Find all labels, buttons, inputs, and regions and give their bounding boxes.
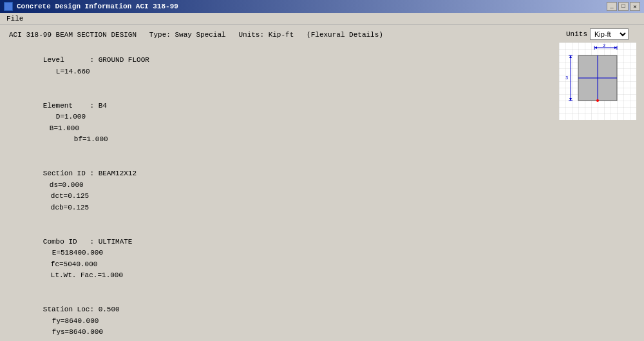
file-menu[interactable]: File [4, 15, 26, 23]
units-dropdown[interactable]: Kip-ft Kip-in kN-m [590, 28, 629, 40]
svg-text:3: 3 [565, 75, 567, 81]
section-line: Section ID : BEAM12X12 ds=0.000 dct=0.12… [9, 157, 542, 226]
title-bar: Concrete Design Information ACI 318-99 _… [0, 0, 644, 13]
window-controls: _ □ ✕ [607, 2, 640, 11]
fc-value: fc=5040.000 [51, 260, 98, 268]
L-value: L=14.660 [56, 68, 90, 75]
units-bar: Units Kip-ft Kip-in kN-m [554, 28, 640, 40]
window-title: Concrete Design Information ACI 318-99 [17, 3, 178, 10]
right-panel: Units Kip-ft Kip-in kN-m [551, 24, 644, 341]
level-value: GROUND FLOOR [99, 56, 149, 64]
app-icon [4, 2, 13, 11]
B-value: B=1.000 [50, 124, 79, 132]
bf-value: bf=1.000 [74, 135, 108, 143]
level-line: Level : GROUND FLOOR L=14.660 [9, 44, 542, 89]
dct-value: dct=0.125 [51, 192, 89, 200]
minimize-button[interactable]: _ [607, 2, 617, 11]
section-svg: 2 3 [559, 43, 636, 120]
combo-label: Combo ID : [43, 238, 99, 246]
close-button[interactable]: ✕ [630, 2, 640, 11]
section-value: BEAM12X12 [99, 170, 137, 177]
element-value: B4 [99, 102, 107, 110]
section-label: Section ID : [43, 170, 99, 177]
ds-value: ds=0.000 [50, 181, 84, 189]
design-header: ACI 318-99 BEAM SECTION DESIGN Type: Swa… [9, 30, 542, 41]
ltwt-value: Lt.Wt. Fac.=1.000 [51, 271, 123, 279]
fy-value: fy=8640.000 [52, 317, 99, 325]
E-value: E=518400.000 [52, 249, 103, 257]
element-label: Element : [43, 102, 99, 110]
combo-line: Combo ID : ULTIMATE E=518400.000 fc=5040… [9, 225, 542, 293]
left-panel: ACI 318-99 BEAM SECTION DESIGN Type: Swa… [0, 24, 551, 341]
station-value: 0.500 [99, 306, 120, 313]
level-label: Level : [43, 56, 99, 64]
dcb-value: dcb=0.125 [51, 204, 89, 211]
svg-point-14 [596, 99, 599, 102]
units-label: Units [566, 30, 587, 38]
station-line: Station Loc: 0.500 fy=8640.000 fys=8640.… [9, 293, 542, 341]
combo-value: ULTIMATE [99, 238, 133, 246]
D-value: D=1.000 [56, 113, 86, 121]
svg-text:2: 2 [602, 43, 605, 48]
maximize-button[interactable]: □ [618, 2, 629, 11]
fys-value: fys=8640.000 [52, 328, 103, 336]
element-line: Element : B4 D=1.000 B=1.000 bf=1.000 [9, 89, 542, 157]
station-label: Station Loc: [43, 306, 99, 313]
section-canvas: 2 3 [559, 43, 636, 120]
main-content: ACI 318-99 BEAM SECTION DESIGN Type: Swa… [0, 24, 644, 341]
menu-bar: File [0, 13, 644, 24]
